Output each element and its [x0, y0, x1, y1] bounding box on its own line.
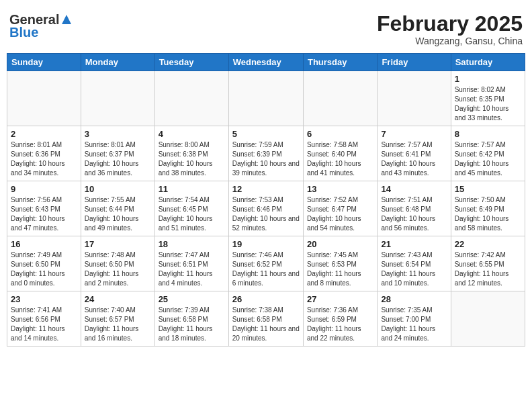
calendar-week-row: 1Sunrise: 8:02 AM Sunset: 6:35 PM Daylig…	[7, 71, 525, 126]
day-info: Sunrise: 7:42 AM Sunset: 6:55 PM Dayligh…	[455, 250, 521, 288]
logo: General Blue	[9, 12, 73, 40]
day-number: 8	[455, 129, 521, 139]
day-info: Sunrise: 7:47 AM Sunset: 6:51 PM Dayligh…	[159, 250, 225, 288]
table-row: 9Sunrise: 7:56 AM Sunset: 6:43 PM Daylig…	[7, 181, 81, 236]
day-info: Sunrise: 7:57 AM Sunset: 6:42 PM Dayligh…	[455, 140, 521, 178]
day-info: Sunrise: 7:38 AM Sunset: 6:58 PM Dayligh…	[232, 306, 300, 343]
day-number: 23	[11, 294, 77, 304]
table-row: 14Sunrise: 7:51 AM Sunset: 6:48 PM Dayli…	[378, 181, 451, 236]
day-info: Sunrise: 7:55 AM Sunset: 6:44 PM Dayligh…	[85, 195, 151, 233]
day-info: Sunrise: 7:39 AM Sunset: 6:58 PM Dayligh…	[159, 306, 225, 343]
table-row: 20Sunrise: 7:45 AM Sunset: 6:53 PM Dayli…	[303, 236, 377, 291]
day-number: 1	[455, 74, 521, 84]
day-number: 11	[159, 184, 225, 194]
table-row: 13Sunrise: 7:52 AM Sunset: 6:47 PM Dayli…	[303, 181, 377, 236]
day-info: Sunrise: 7:59 AM Sunset: 6:39 PM Dayligh…	[232, 140, 300, 178]
day-info: Sunrise: 7:45 AM Sunset: 6:53 PM Dayligh…	[307, 250, 373, 288]
table-row: 8Sunrise: 7:57 AM Sunset: 6:42 PM Daylig…	[451, 126, 525, 181]
table-row: 1Sunrise: 8:02 AM Sunset: 6:35 PM Daylig…	[451, 71, 525, 126]
day-info: Sunrise: 7:49 AM Sunset: 6:50 PM Dayligh…	[11, 250, 77, 288]
calendar-week-row: 16Sunrise: 7:49 AM Sunset: 6:50 PM Dayli…	[7, 236, 525, 291]
logo-blue-text: Blue	[9, 25, 38, 40]
col-wednesday: Wednesday	[228, 54, 303, 71]
table-row: 6Sunrise: 7:58 AM Sunset: 6:40 PM Daylig…	[303, 126, 377, 181]
page-subtitle: Wangzang, Gansu, China	[377, 36, 523, 46]
table-row: 17Sunrise: 7:48 AM Sunset: 6:50 PM Dayli…	[81, 236, 154, 291]
day-number: 3	[85, 129, 151, 139]
day-info: Sunrise: 7:58 AM Sunset: 6:40 PM Dayligh…	[307, 140, 373, 178]
page-title: February 2025	[377, 12, 523, 36]
day-info: Sunrise: 7:46 AM Sunset: 6:52 PM Dayligh…	[232, 250, 300, 288]
day-number: 28	[381, 294, 447, 304]
day-number: 5	[232, 129, 300, 139]
svg-marker-0	[62, 15, 71, 24]
day-number: 7	[381, 129, 447, 139]
table-row: 3Sunrise: 8:01 AM Sunset: 6:37 PM Daylig…	[81, 126, 154, 181]
day-info: Sunrise: 7:35 AM Sunset: 7:00 PM Dayligh…	[381, 306, 447, 343]
table-row: 19Sunrise: 7:46 AM Sunset: 6:52 PM Dayli…	[228, 236, 303, 291]
day-number: 9	[11, 184, 77, 194]
day-number: 27	[307, 294, 373, 304]
day-number: 26	[232, 294, 300, 304]
day-number: 15	[455, 184, 521, 194]
day-info: Sunrise: 7:52 AM Sunset: 6:47 PM Dayligh…	[307, 195, 373, 233]
day-number: 13	[307, 184, 373, 194]
table-row	[378, 71, 451, 126]
table-row	[7, 71, 81, 126]
table-row: 16Sunrise: 7:49 AM Sunset: 6:50 PM Dayli…	[7, 236, 81, 291]
day-number: 6	[307, 129, 373, 139]
table-row: 27Sunrise: 7:36 AM Sunset: 6:59 PM Dayli…	[303, 291, 377, 347]
day-info: Sunrise: 8:01 AM Sunset: 6:36 PM Dayligh…	[11, 140, 77, 178]
col-sunday: Sunday	[7, 54, 81, 71]
day-number: 10	[85, 184, 151, 194]
day-info: Sunrise: 7:56 AM Sunset: 6:43 PM Dayligh…	[11, 195, 77, 233]
day-info: Sunrise: 7:54 AM Sunset: 6:45 PM Dayligh…	[159, 195, 225, 233]
page-header: General Blue February 2025 Wangzang, Gan…	[7, 7, 525, 49]
table-row: 24Sunrise: 7:40 AM Sunset: 6:57 PM Dayli…	[81, 291, 154, 347]
day-number: 20	[307, 239, 373, 249]
table-row: 23Sunrise: 7:41 AM Sunset: 6:56 PM Dayli…	[7, 291, 81, 347]
day-number: 2	[11, 129, 77, 139]
day-info: Sunrise: 7:48 AM Sunset: 6:50 PM Dayligh…	[85, 250, 151, 288]
table-row: 7Sunrise: 7:57 AM Sunset: 6:41 PM Daylig…	[378, 126, 451, 181]
day-info: Sunrise: 8:02 AM Sunset: 6:35 PM Dayligh…	[455, 85, 521, 123]
table-row: 15Sunrise: 7:50 AM Sunset: 6:49 PM Dayli…	[451, 181, 525, 236]
calendar-week-row: 23Sunrise: 7:41 AM Sunset: 6:56 PM Dayli…	[7, 291, 525, 347]
day-info: Sunrise: 8:00 AM Sunset: 6:38 PM Dayligh…	[159, 140, 225, 178]
day-info: Sunrise: 7:57 AM Sunset: 6:41 PM Dayligh…	[381, 140, 447, 178]
day-number: 22	[455, 239, 521, 249]
day-number: 18	[159, 239, 225, 249]
calendar-table: Sunday Monday Tuesday Wednesday Thursday…	[7, 53, 525, 347]
day-info: Sunrise: 7:51 AM Sunset: 6:48 PM Dayligh…	[381, 195, 447, 233]
col-tuesday: Tuesday	[154, 54, 228, 71]
day-info: Sunrise: 7:36 AM Sunset: 6:59 PM Dayligh…	[307, 306, 373, 343]
day-number: 16	[11, 239, 77, 249]
day-info: Sunrise: 7:50 AM Sunset: 6:49 PM Dayligh…	[455, 195, 521, 233]
col-friday: Friday	[378, 54, 451, 71]
day-number: 19	[232, 239, 300, 249]
table-row: 12Sunrise: 7:53 AM Sunset: 6:46 PM Dayli…	[228, 181, 303, 236]
title-section: February 2025 Wangzang, Gansu, China	[377, 12, 523, 46]
day-number: 24	[85, 294, 151, 304]
day-number: 12	[232, 184, 300, 194]
table-row: 22Sunrise: 7:42 AM Sunset: 6:55 PM Dayli…	[451, 236, 525, 291]
table-row: 11Sunrise: 7:54 AM Sunset: 6:45 PM Dayli…	[154, 181, 228, 236]
table-row: 26Sunrise: 7:38 AM Sunset: 6:58 PM Dayli…	[228, 291, 303, 347]
table-row: 10Sunrise: 7:55 AM Sunset: 6:44 PM Dayli…	[81, 181, 154, 236]
col-thursday: Thursday	[303, 54, 377, 71]
table-row	[303, 71, 377, 126]
table-row: 5Sunrise: 7:59 AM Sunset: 6:39 PM Daylig…	[228, 126, 303, 181]
col-saturday: Saturday	[451, 54, 525, 71]
table-row	[451, 291, 525, 347]
table-row: 4Sunrise: 8:00 AM Sunset: 6:38 PM Daylig…	[154, 126, 228, 181]
table-row: 18Sunrise: 7:47 AM Sunset: 6:51 PM Dayli…	[154, 236, 228, 291]
day-number: 4	[159, 129, 225, 139]
col-monday: Monday	[81, 54, 154, 71]
day-info: Sunrise: 7:41 AM Sunset: 6:56 PM Dayligh…	[11, 306, 77, 343]
table-row	[228, 71, 303, 126]
day-number: 14	[381, 184, 447, 194]
table-row: 2Sunrise: 8:01 AM Sunset: 6:36 PM Daylig…	[7, 126, 81, 181]
table-row: 28Sunrise: 7:35 AM Sunset: 7:00 PM Dayli…	[378, 291, 451, 347]
calendar-header-row: Sunday Monday Tuesday Wednesday Thursday…	[7, 54, 525, 71]
calendar-week-row: 2Sunrise: 8:01 AM Sunset: 6:36 PM Daylig…	[7, 126, 525, 181]
